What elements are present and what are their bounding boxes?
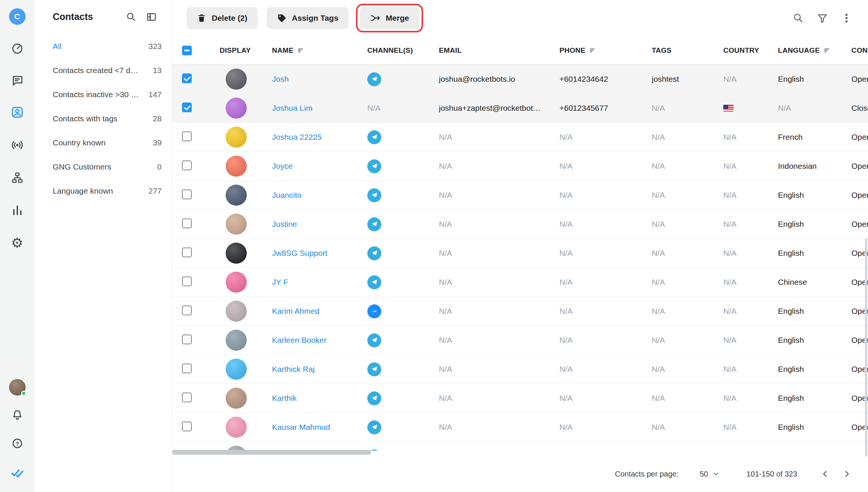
contact-name-link[interactable]: Karthick Raj — [272, 365, 315, 373]
country-cell: N/A — [705, 220, 760, 229]
contact-name-link[interactable]: Juancito — [272, 191, 301, 199]
country-text: N/A — [723, 191, 737, 199]
contact-avatar — [226, 127, 247, 148]
sidebar-item-count: 39 — [153, 138, 162, 147]
contact-name-link[interactable]: Karthik — [272, 394, 296, 402]
collapse-sidebar-icon[interactable] — [146, 12, 157, 22]
contact-name-link[interactable]: Josh — [272, 75, 289, 83]
per-page-select[interactable]: 50 — [700, 470, 720, 478]
select-all-checkbox[interactable] — [182, 46, 192, 55]
contact-name-link[interactable]: Kausar Mahmud — [272, 423, 330, 431]
workflows-icon[interactable] — [8, 169, 26, 187]
tags-cell: N/A — [634, 249, 705, 258]
sidebar-list-item[interactable]: GNG Customers 0 — [34, 155, 172, 179]
phone-cell: N/A — [541, 278, 634, 287]
country-text: N/A — [723, 162, 737, 170]
row-checkbox[interactable] — [182, 131, 192, 141]
status-cell: Open — [833, 423, 868, 432]
broadcast-icon[interactable] — [8, 136, 26, 154]
horizontal-scrollbar[interactable] — [172, 450, 371, 455]
sidebar-list-item[interactable]: Contacts created <7 d… 13 — [34, 58, 172, 83]
contacts-table: DISPLAY NAME CHANNEL(S) EMAIL PHONE TAGS… — [172, 36, 868, 451]
trash-icon — [197, 13, 206, 23]
sidebar-item-label: Language known — [53, 186, 113, 196]
row-checkbox[interactable] — [182, 73, 192, 83]
user-avatar[interactable] — [8, 378, 26, 396]
contact-name-link[interactable]: Karleen Booker — [272, 336, 327, 344]
malaysia-flag-icon — [723, 105, 734, 112]
country-text: N/A — [723, 75, 737, 83]
sidebar-list-item[interactable]: Contacts with tags 28 — [34, 107, 172, 131]
contact-name-link[interactable]: Joyce — [272, 162, 293, 170]
sidebar-list-item[interactable]: All 323 — [34, 34, 172, 58]
sidebar-item-label: All — [53, 42, 61, 51]
assign-tags-button[interactable]: Assign Tags — [267, 7, 348, 29]
channel-cell — [349, 159, 421, 173]
language-cell: English — [760, 220, 833, 229]
overflow-menu-icon[interactable] — [841, 12, 852, 24]
row-checkbox[interactable] — [182, 160, 192, 170]
double-check-icon[interactable] — [8, 463, 26, 481]
table-header: DISPLAY NAME CHANNEL(S) EMAIL PHONE TAGS… — [172, 36, 868, 65]
chevron-left-icon[interactable] — [817, 466, 833, 482]
contact-name-link[interactable]: Joshua 22225 — [272, 133, 322, 141]
sidebar-list-item[interactable]: Language known 277 — [34, 179, 172, 203]
table-row: Jw8SG Support N/A N/A N/A N/A English Op… — [172, 239, 868, 268]
chevron-right-icon[interactable] — [839, 466, 855, 482]
merge-button[interactable]: Merge — [360, 7, 419, 29]
sidebar-item-label: Country known — [53, 138, 105, 147]
page-title: Contacts — [53, 11, 93, 22]
table-row: Josh joshua@rocketbots.io +6014234642 jo… — [172, 65, 868, 94]
country-cell: N/A — [705, 75, 760, 84]
contact-name-link[interactable]: Jw8SG Support — [272, 249, 327, 257]
row-checkbox[interactable] — [182, 306, 192, 315]
messenger-icon — [367, 304, 381, 318]
filter-icon[interactable] — [817, 12, 828, 24]
status-cell: Open — [833, 191, 868, 200]
header-display: DISPLAY — [202, 46, 255, 55]
tags-cell: joshtest — [634, 75, 705, 84]
row-checkbox[interactable] — [182, 218, 192, 228]
contact-name-link[interactable]: JY F — [272, 278, 288, 286]
country-text: N/A — [723, 394, 737, 402]
contact-name-link[interactable]: Karim Ahmed — [272, 307, 319, 315]
reports-icon[interactable] — [8, 201, 26, 219]
contacts-icon[interactable] — [8, 103, 26, 121]
sidebar-item-label: Contacts inactive >30 … — [53, 90, 139, 99]
channel-cell — [349, 72, 421, 86]
row-checkbox[interactable] — [182, 335, 192, 344]
row-checkbox[interactable] — [182, 248, 192, 257]
header-name[interactable]: NAME — [255, 46, 349, 55]
row-checkbox[interactable] — [182, 102, 192, 112]
row-checkbox[interactable] — [182, 422, 192, 431]
channel-cell — [349, 333, 421, 347]
vertical-scrollbar[interactable] — [865, 238, 867, 457]
delete-button[interactable]: Delete (2) — [186, 7, 258, 29]
row-checkbox[interactable] — [182, 189, 192, 199]
contact-name-link[interactable]: Joshua Lim — [272, 104, 312, 112]
channel-cell — [349, 246, 421, 260]
inbox-messages-icon[interactable] — [8, 71, 26, 89]
language-cell: English — [760, 423, 833, 432]
contact-avatar — [226, 98, 247, 119]
contacts-table-body: Josh joshua@rocketbots.io +6014234642 jo… — [172, 65, 868, 451]
header-language[interactable]: LANGUAGE — [760, 46, 833, 55]
help-icon[interactable]: ? — [8, 434, 26, 452]
sidebar-item-count: 323 — [148, 42, 162, 51]
sidebar-list-item[interactable]: Contacts inactive >30 … 147 — [34, 83, 172, 107]
notifications-bell-icon[interactable] — [8, 406, 26, 424]
search-lists-icon[interactable] — [126, 12, 136, 22]
header-channels: CHANNEL(S) — [349, 46, 421, 55]
settings-gear-icon[interactable]: ⚙ — [8, 234, 26, 252]
channel-cell: N/A — [349, 104, 421, 113]
header-phone[interactable]: PHONE — [541, 46, 634, 55]
workspace-avatar[interactable]: C — [9, 8, 26, 25]
table-row: Karthik N/A N/A N/A N/A English Open — [172, 384, 868, 413]
row-checkbox[interactable] — [182, 393, 192, 402]
row-checkbox[interactable] — [182, 277, 192, 286]
row-checkbox[interactable] — [182, 364, 192, 373]
dashboard-icon[interactable] — [8, 40, 26, 58]
contact-name-link[interactable]: Justine — [272, 220, 297, 228]
sidebar-list-item[interactable]: Country known 39 — [34, 131, 172, 155]
search-contacts-icon[interactable] — [793, 12, 804, 24]
